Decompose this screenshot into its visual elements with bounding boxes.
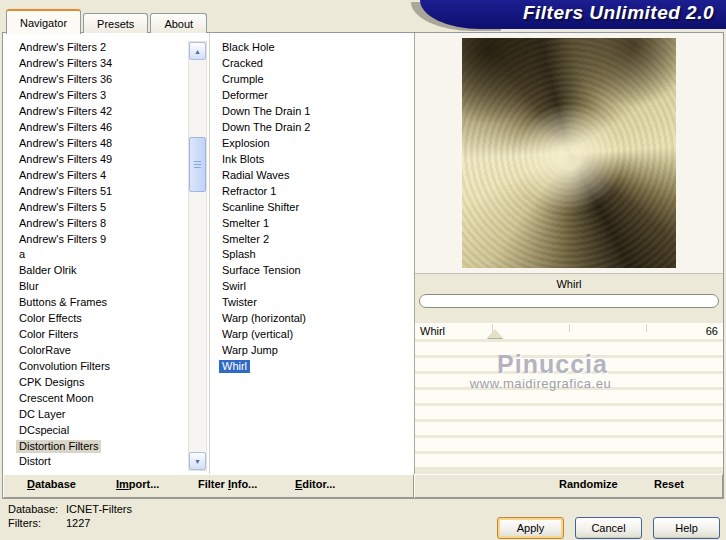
list-item-label: Crescent Moon [16,392,97,405]
list-item[interactable]: Andrew's Filters 2 [16,40,209,56]
list-item-label: Scanline Shifter [219,201,302,214]
list-item[interactable]: Color Filters [16,327,209,343]
list-item[interactable]: Black Hole [219,40,414,56]
scroll-up-icon[interactable]: ▲ [189,42,206,60]
tab-navigator[interactable]: Navigator [6,9,81,34]
list-item-label: Warp (vertical) [219,328,296,341]
list-item[interactable]: Andrew's Filters 42 [16,104,209,120]
parameter-slider-row[interactable]: Whirl 66 [415,323,723,339]
cancel-button[interactable]: Cancel [575,517,642,539]
toolbar-right-section: RandomizeReset [414,474,723,498]
preview-image [462,38,676,268]
list-item[interactable]: Andrew's Filters 34 [16,56,209,72]
parameter-name: Whirl [420,325,445,337]
list-item[interactable]: Swirl [219,279,414,295]
list-item[interactable]: Twister [219,295,414,311]
list-item[interactable]: Warp (horizontal) [219,311,414,327]
toolbar-button-import[interactable]: Import... [116,478,159,490]
slider-thumb[interactable] [487,329,503,338]
list-item[interactable]: DCspecial [16,422,209,438]
action-button-row: ApplyCancelHelp [497,517,720,539]
list-item[interactable]: DC Layer [16,406,209,422]
empty-parameter-row [415,390,723,403]
list-item[interactable]: Andrew's Filters 9 [16,231,209,247]
status-area: Database: ICNET-Filters Filters: 1227 [8,503,132,529]
list-item[interactable]: Crumple [219,72,414,88]
list-item-label: Color Filters [16,328,81,341]
list-item[interactable]: Smelter 2 [219,231,414,247]
empty-parameter-row [415,422,723,435]
category-pane: Andrew's Filters 2Andrew's Filters 34And… [3,33,210,498]
list-item[interactable]: Balder Olrik [16,263,209,279]
app-banner: Filters Unlimited 2.0 [420,0,726,29]
list-item[interactable]: Andrew's Filters 49 [16,151,209,167]
list-item[interactable]: Crescent Moon [16,390,209,406]
preview-pane: Whirl Whirl 66 Pinuccia www.maidiregrafi… [415,33,723,498]
list-item[interactable]: Color Effects [16,311,209,327]
list-item[interactable]: Blur [16,279,209,295]
list-item[interactable]: Deformer [219,88,414,104]
list-item-label: Down The Drain 1 [219,105,313,118]
list-item[interactable]: ColorRave [16,343,209,359]
list-item[interactable]: Andrew's Filters 36 [16,72,209,88]
list-item[interactable]: Scanline Shifter [219,199,414,215]
list-item-label: Explosion [219,137,273,150]
list-item[interactable]: Ink Blots [219,151,414,167]
list-item[interactable]: Andrew's Filters 8 [16,215,209,231]
tab-bar: NavigatorPresetsAbout [6,10,209,33]
scroll-down-icon[interactable]: ▼ [189,452,206,470]
list-item[interactable]: Surface Tension [219,263,414,279]
toolbar-button-editor[interactable]: Editor... [295,478,335,490]
list-item[interactable]: Radial Waves [219,167,414,183]
list-item-label: Refractor 1 [219,185,279,198]
list-item[interactable]: Andrew's Filters 5 [16,199,209,215]
list-item[interactable]: Splash [219,247,414,263]
list-item[interactable]: Warp (vertical) [219,327,414,343]
list-item[interactable]: Down The Drain 2 [219,120,414,136]
help-button[interactable]: Help [653,517,720,539]
list-item[interactable]: Andrew's Filters 48 [16,136,209,152]
list-item[interactable]: Distort [16,454,209,470]
list-item-label: ColorRave [16,344,74,357]
list-item[interactable]: Down The Drain 1 [219,104,414,120]
list-item[interactable]: Convolution Filters [16,358,209,374]
spacer [415,308,723,323]
category-scrollbar[interactable]: ▲ ▼ [188,41,207,471]
toolbar-button-randomize[interactable]: Randomize [559,478,618,490]
list-item-label: Smelter 2 [219,233,272,246]
list-item[interactable]: Andrew's Filters 51 [16,183,209,199]
list-item[interactable]: Refractor 1 [219,183,414,199]
list-item-label: DCspecial [16,424,72,437]
list-item-label: Andrew's Filters 9 [16,233,109,246]
list-item[interactable]: Smelter 1 [219,215,414,231]
apply-button[interactable]: Apply [497,517,564,539]
scrollbar-thumb[interactable] [189,137,206,192]
database-label: Database: [8,503,60,515]
list-item[interactable]: Warp Jump [219,343,414,359]
list-item[interactable]: Cracked [219,56,414,72]
list-item[interactable]: Explosion [219,136,414,152]
toolbar-button-filter-info[interactable]: Filter Info... [198,478,257,490]
tab-presets[interactable]: Presets [83,13,148,33]
database-value: ICNET-Filters [66,503,132,515]
list-item-label: DC Layer [16,408,68,421]
list-item-label: Andrew's Filters 2 [16,41,109,54]
banner-plate: Filters Unlimited 2.0 [420,0,726,29]
list-item-label: Andrew's Filters 49 [16,153,115,166]
empty-parameter-row [415,438,723,451]
tab-about[interactable]: About [150,13,207,33]
list-item[interactable]: CPK Designs [16,374,209,390]
list-item[interactable]: Andrew's Filters 3 [16,88,209,104]
app-title: Filters Unlimited 2.0 [523,2,726,27]
toolbar-button-database[interactable]: Database [27,478,76,490]
watermark-name: Pinuccia [445,350,660,379]
list-item[interactable]: Buttons & Frames [16,295,209,311]
watermark-url: www.maidiregrafica.eu [433,376,648,391]
list-item[interactable]: Andrew's Filters 46 [16,120,209,136]
list-item[interactable]: Andrew's Filters 4 [16,167,209,183]
list-item[interactable]: a [16,247,209,263]
toolbar-button-reset[interactable]: Reset [654,478,684,490]
list-item[interactable]: Distortion Filters [16,438,209,454]
list-item[interactable]: Whirl [219,358,414,374]
list-item-label: Andrew's Filters 46 [16,121,115,134]
